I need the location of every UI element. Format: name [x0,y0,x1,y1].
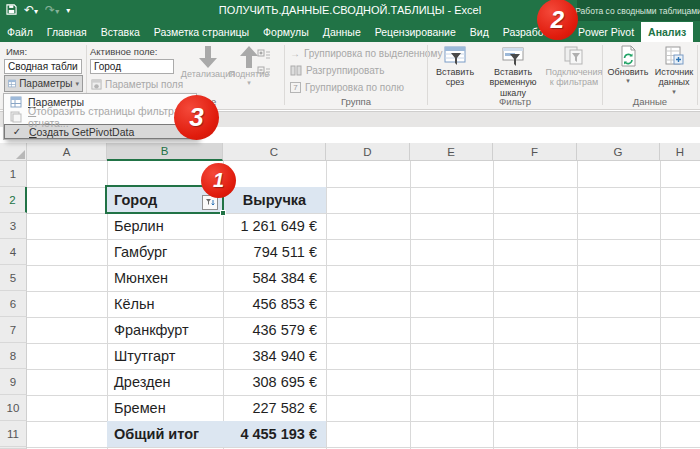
tab-insert[interactable]: Вставка [94,22,147,42]
cell-city[interactable]: Бремен [107,395,223,421]
title-bar: ↶▾ ↷▾ ▾ ПОЛУЧИТЬ.ДАННЫЕ.СВОДНОЙ.ТАБЛИЦЫ … [0,0,700,22]
slicer-icon [443,45,467,67]
group-field-icon: 7 [290,82,301,93]
cell-revenue[interactable]: 308 695 € [223,369,326,395]
filter-connections-button: Подключения к фильтрам [548,45,600,88]
dropdown-arrow-icon: ▾ [672,88,676,96]
ungroup-icon [290,65,302,76]
filter-group-label: Фильтр [431,96,599,107]
cell-c11-grand-total-value[interactable]: 4 455 193 € [223,421,326,447]
row-header-9[interactable]: 9 [0,369,27,395]
tab-formulas[interactable]: Формулы [256,22,316,42]
cell-revenue[interactable]: 1 261 649 € [223,213,326,239]
data-source-icon [664,45,684,67]
cell-revenue[interactable]: 456 853 € [223,291,326,317]
cell-city[interactable]: Гамбург [107,239,223,265]
dropdown-arrow-icon: ▾ [247,79,251,87]
timeline-icon [501,45,525,67]
row-header-5[interactable]: 5 [0,265,27,291]
column-header-h[interactable]: H [660,143,700,161]
column-header-d[interactable]: D [326,143,410,161]
options-dropdown-menu: Параметры Отобразить страницы фильтра от… [3,93,197,140]
ribbon-tab-bar: Файл Главная Вставка Разметка страницы Ф… [0,22,700,42]
cell-revenue[interactable]: 436 579 € [223,317,326,343]
refresh-button[interactable]: Обновить ▾ [606,45,650,85]
cell-city[interactable]: Франкфурт [107,317,223,343]
group-field-button: 7 Группировка по полю [290,82,404,93]
field-settings-icon [91,79,102,90]
tab-data[interactable]: Данные [316,22,368,42]
collapse-field-button [257,65,271,83]
row-header-6[interactable]: 6 [0,291,27,317]
row-header-3[interactable]: 3 [0,213,27,239]
ungroup-button: Разгруппировать [290,65,384,76]
row-header-2[interactable]: 2 [0,187,27,213]
row-header-4[interactable]: 4 [0,239,27,265]
filter-sort-icon [205,198,215,207]
column-header-f[interactable]: F [493,143,577,161]
tab-home[interactable]: Главная [40,22,94,42]
column-header-c[interactable]: C [223,143,326,161]
excel-window: ↶▾ ↷▾ ▾ ПОЛУЧИТЬ.ДАННЫЕ.СВОДНОЙ.ТАБЛИЦЫ … [0,0,700,449]
cell-city[interactable]: Берлин [107,213,223,239]
cell-city[interactable]: Дрезден [107,369,223,395]
cell-b11-grand-total-label[interactable]: Общий итог [107,421,223,447]
dropdown-arrow-icon: ▾ [75,80,79,88]
contextual-tab-header: Работа со сводными таблицами [577,0,700,21]
column-header-g[interactable]: G [577,143,660,161]
annotation-badge-3: 3 [174,95,219,140]
cell-revenue[interactable]: 384 940 € [223,343,326,369]
cell-city[interactable]: Штутгарт [107,343,223,369]
pivot-options-icon [8,78,16,89]
group-group-label: Группа [290,96,422,107]
annotation-badge-1: 1 [201,163,236,198]
tab-page-layout[interactable]: Разметка страницы [147,22,256,42]
cell-revenue[interactable]: 794 511 € [223,239,326,265]
arrow-down-icon [197,45,219,69]
expand-field-icon [257,49,271,62]
data-group-label: Данные [604,96,696,107]
cell-c2-revenue-header[interactable]: Выручка [223,187,326,213]
select-all-corner[interactable] [0,143,27,161]
tab-review[interactable]: Рецензирование [368,22,463,42]
menu-item-show-report-filter-pages: Отобразить страницы фильтра отчета... [4,109,196,124]
pivot-name-input[interactable] [4,59,82,74]
cell-city[interactable]: Мюнхен [107,265,223,291]
change-data-source-button[interactable]: Источник данных ▾ [651,45,697,96]
tab-power-pivot[interactable]: Power Pivot [571,22,641,42]
cell-revenue[interactable]: 584 384 € [223,265,326,291]
group-selection-button: → Группировка по выделенному [290,48,442,59]
tab-file[interactable]: Файл [0,22,40,42]
filter-connections-icon [562,45,586,67]
annotation-badge-2: 2 [537,0,578,40]
tab-view[interactable]: Вид [463,22,496,42]
field-settings-button: Параметры поля [88,76,186,92]
collapse-field-icon [257,66,271,79]
expand-field-button [257,48,271,66]
row-header-10[interactable]: 10 [0,395,27,421]
checkmark-icon: ✓ [13,126,21,137]
row-header-7[interactable]: 7 [0,317,27,343]
column-header-e[interactable]: E [410,143,493,161]
column-header-a[interactable]: A [27,143,107,161]
row-header-11[interactable]: 11 [0,421,27,447]
pivot-options-icon [10,96,22,108]
row-header-1[interactable]: 1 [0,161,27,187]
tab-design[interactable]: Конструктор [693,22,700,42]
report-pages-icon [10,111,22,123]
cell-revenue[interactable]: 227 582 € [223,395,326,421]
active-field-input[interactable] [90,59,174,74]
pivot-options-button[interactable]: Параметры ▾ [4,75,83,92]
dropdown-arrow-icon: ▾ [626,77,630,85]
arrow-right-icon: → [290,48,300,59]
fill-handle[interactable] [220,210,226,216]
refresh-icon [618,45,638,67]
row-header-8[interactable]: 8 [0,343,27,369]
tab-analyze[interactable]: Анализ [641,22,693,42]
drill-down-button: Детализация [184,45,232,79]
insert-slicer-button[interactable]: Вставить срез [431,45,479,88]
cell-city[interactable]: Кёльн [107,291,223,317]
insert-timeline-button[interactable]: Вставить временную шкалу [479,45,547,98]
column-header-b[interactable]: B [107,143,223,161]
